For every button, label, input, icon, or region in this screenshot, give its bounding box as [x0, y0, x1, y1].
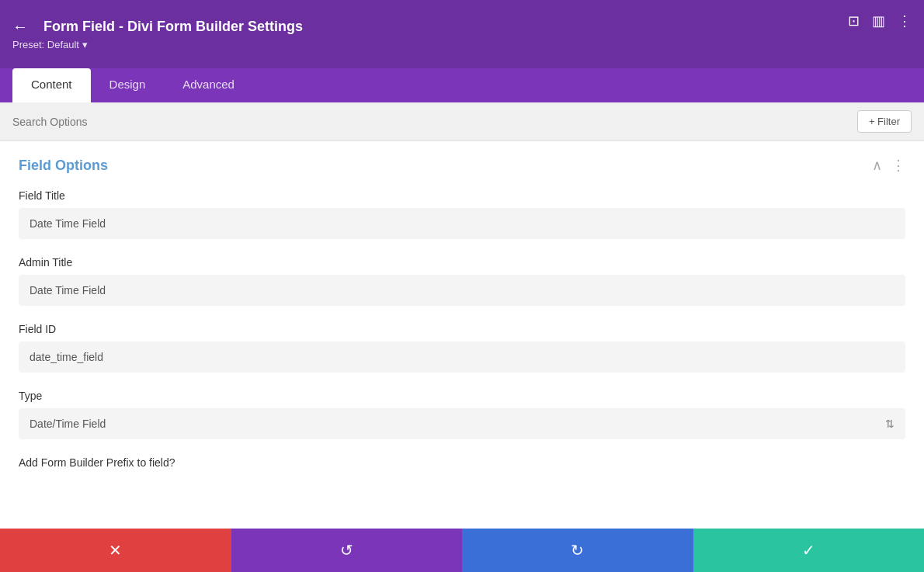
search-bar: + Filter	[0, 102, 924, 141]
type-select[interactable]: Date/Time Field Text Field Email Field N…	[19, 408, 905, 439]
cancel-button[interactable]: ✕	[0, 529, 231, 572]
page-title: Form Field - Divi Form Builder Settings	[43, 19, 303, 35]
bottom-toolbar: ✕ ↺ ↻ ✓	[0, 529, 924, 572]
redo-button[interactable]: ↻	[462, 529, 693, 572]
type-select-wrapper: Date/Time Field Text Field Email Field N…	[19, 408, 905, 439]
tab-design[interactable]: Design	[91, 68, 165, 102]
confirm-icon: ✓	[802, 541, 815, 560]
preset-label[interactable]: Preset: Default ▾	[12, 39, 912, 50]
section-actions: ∧ ⋮	[872, 157, 905, 174]
collapse-icon[interactable]: ∧	[872, 157, 882, 174]
admin-title-input[interactable]	[19, 275, 905, 306]
section-more-icon[interactable]: ⋮	[891, 157, 905, 174]
field-id-input[interactable]	[19, 341, 905, 373]
cancel-icon: ✕	[109, 541, 122, 560]
type-group: Type Date/Time Field Text Field Email Fi…	[19, 390, 905, 439]
type-label: Type	[19, 390, 905, 402]
header-icons: ⊡ ▥ ⋮	[848, 12, 912, 29]
field-title-input[interactable]	[19, 208, 905, 239]
back-button[interactable]: ←	[12, 18, 28, 36]
filter-button[interactable]: + Filter	[857, 110, 912, 133]
field-id-label: Field ID	[19, 323, 905, 335]
admin-title-label: Admin Title	[19, 256, 905, 269]
prefix-label: Add Form Builder Prefix to field?	[19, 456, 905, 469]
header: ← Form Field - Divi Form Builder Setting…	[0, 0, 924, 68]
tab-content[interactable]: Content	[12, 68, 91, 102]
undo-button[interactable]: ↺	[231, 529, 463, 572]
redo-icon: ↻	[571, 541, 584, 560]
admin-title-group: Admin Title	[19, 256, 905, 306]
prefix-group: Add Form Builder Prefix to field?	[19, 456, 905, 469]
section-title: Field Options	[19, 158, 108, 174]
field-title-label: Field Title	[19, 189, 905, 202]
search-input[interactable]	[12, 116, 851, 128]
fullscreen-icon[interactable]: ⊡	[848, 12, 860, 29]
main-content: Field Options ∧ ⋮ Field Title Admin Titl…	[0, 141, 924, 529]
confirm-button[interactable]: ✓	[693, 529, 925, 572]
section-header: Field Options ∧ ⋮	[19, 157, 905, 174]
layout-icon[interactable]: ▥	[872, 12, 885, 29]
field-id-group: Field ID	[19, 323, 905, 373]
tabs-bar: Content Design Advanced	[0, 68, 924, 102]
tab-advanced[interactable]: Advanced	[164, 68, 253, 102]
more-icon[interactable]: ⋮	[898, 12, 912, 29]
field-title-group: Field Title	[19, 189, 905, 239]
undo-icon: ↺	[340, 541, 353, 560]
